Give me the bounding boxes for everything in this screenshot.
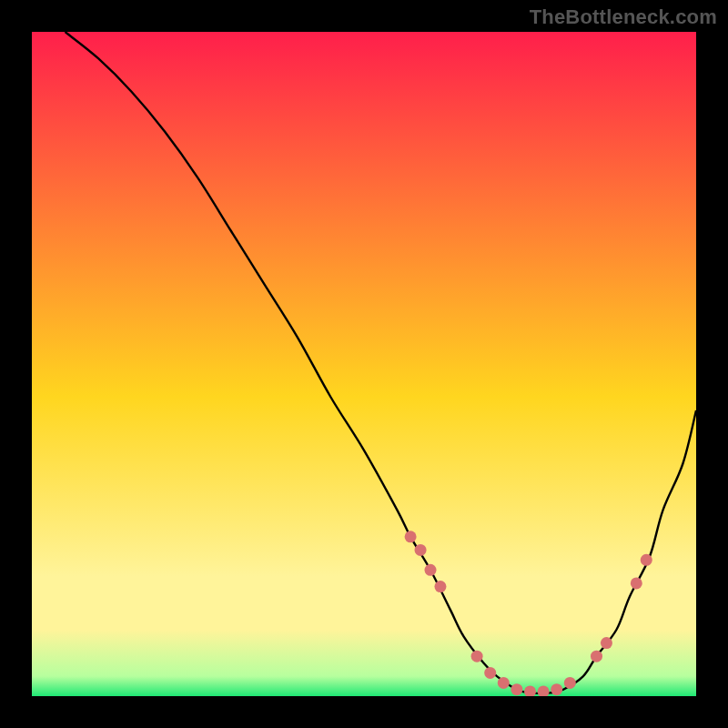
plot-area — [32, 32, 696, 696]
marker-point — [415, 544, 427, 556]
marker-point — [511, 683, 522, 695]
marker-point — [631, 577, 642, 589]
marker-point — [484, 667, 496, 679]
marker-point — [551, 683, 562, 695]
marker-point — [434, 581, 446, 592]
marker-point — [405, 531, 417, 542]
marker-point — [564, 677, 576, 689]
marker-point — [601, 637, 612, 649]
marker-point — [641, 554, 652, 566]
marker-point — [425, 564, 437, 576]
marker-point — [498, 677, 510, 689]
chart-frame: TheBottleneck.com — [0, 0, 728, 728]
marker-point — [591, 651, 602, 662]
watermark-label: TheBottleneck.com — [530, 5, 717, 29]
chart-svg — [32, 32, 696, 696]
marker-point — [471, 651, 483, 662]
gradient-background — [32, 32, 696, 696]
